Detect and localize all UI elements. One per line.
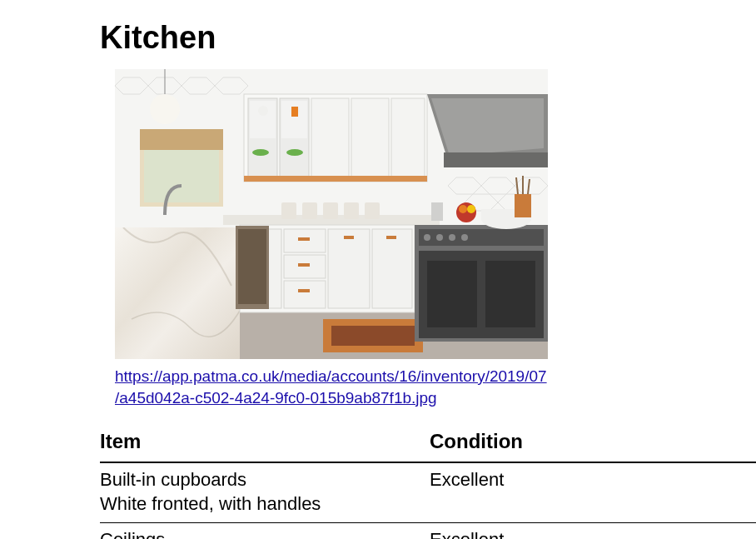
svg-rect-31 [284,281,326,308]
svg-point-18 [286,149,303,156]
svg-rect-4 [115,219,240,359]
kitchen-photo [115,69,548,359]
svg-rect-64 [515,194,531,217]
column-header-condition: Condition [430,425,756,462]
svg-rect-58 [302,202,317,219]
svg-rect-32 [328,229,370,308]
svg-point-49 [449,234,455,241]
svg-point-55 [467,205,475,213]
svg-point-62 [150,94,180,124]
svg-rect-60 [344,202,359,219]
svg-rect-57 [281,202,296,219]
item-condition: Excellent [430,523,756,539]
svg-point-50 [461,234,468,241]
svg-rect-35 [298,237,310,241]
item-description: White fronted, with handles [100,492,430,517]
svg-rect-21 [391,98,425,177]
svg-rect-38 [344,236,354,239]
svg-rect-16 [291,107,298,117]
svg-rect-22 [244,176,427,182]
svg-rect-45 [427,261,477,327]
svg-point-54 [459,205,467,213]
page-title: Kitchen [100,20,756,56]
svg-rect-37 [298,289,310,292]
svg-rect-8 [140,129,223,150]
svg-rect-2 [331,326,415,346]
svg-rect-41 [238,229,266,304]
svg-rect-36 [298,263,310,267]
svg-rect-19 [311,98,349,177]
svg-rect-39 [386,236,396,239]
table-row: Ceilings Painted white Excellent [100,523,756,539]
item-condition: Excellent [430,462,756,523]
svg-rect-25 [444,152,548,167]
svg-point-48 [436,234,443,241]
item-name: Ceilings [100,528,430,539]
svg-point-14 [258,106,268,116]
svg-rect-46 [485,261,535,327]
table-row: Built-in cupboards White fronted, with h… [100,462,756,523]
svg-rect-56 [431,202,443,221]
svg-rect-59 [323,202,338,219]
svg-marker-24 [431,98,544,156]
inventory-table: Item Condition Built-in cupboards White … [100,425,756,539]
svg-rect-20 [351,98,389,177]
svg-point-17 [252,149,269,156]
svg-rect-33 [372,229,412,308]
svg-point-47 [424,234,430,241]
column-header-item: Item [100,425,430,462]
svg-rect-61 [365,202,380,219]
image-source-link[interactable]: https://app.patma.co.uk/media/accounts/1… [115,366,548,408]
item-name: Built-in cupboards [100,468,430,492]
